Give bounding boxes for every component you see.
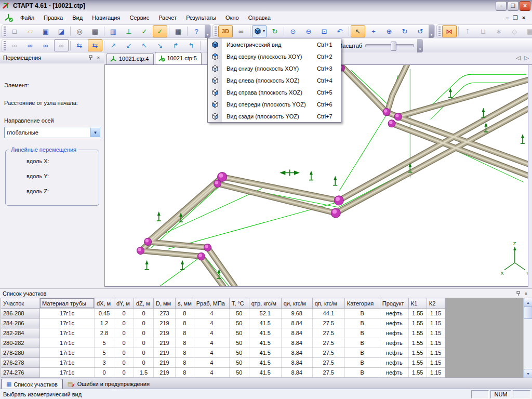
3d-view-button[interactable]: 3D bbox=[218, 25, 233, 37]
table-row[interactable]: 278-28017г1с500219845041.58.8427.5Внефть… bbox=[1, 348, 445, 358]
stretch-sw-button[interactable]: ↙ bbox=[122, 39, 136, 51]
stretch-ne-button[interactable]: ↗ bbox=[106, 39, 121, 51]
column-header-dZ, м[interactable]: dZ, м bbox=[134, 298, 154, 309]
chevron-down-icon[interactable]: ▼ bbox=[90, 128, 100, 137]
axes-direction-combobox[interactable]: глобальные ▼ bbox=[4, 127, 100, 138]
table-scrollbar[interactable]: ▲ ▼ bbox=[523, 298, 532, 378]
window-columns-button[interactable]: ▥ bbox=[106, 25, 121, 37]
column-header-Материал трубы[interactable]: Материал трубы bbox=[40, 298, 95, 309]
save-file-button[interactable]: ▣ bbox=[38, 25, 53, 37]
zoom-previous-button[interactable]: ↶ bbox=[332, 25, 347, 37]
column-header-Категория[interactable]: Категория bbox=[344, 298, 380, 309]
tab-scroll-right-icon[interactable]: ▷ bbox=[525, 55, 529, 61]
find-binoculars-button[interactable]: ∞ bbox=[234, 25, 248, 37]
view-menu-item-4[interactable]: Вид слева (плоскость XOZ)Ctrl+4 bbox=[208, 74, 341, 86]
glasses-view-button[interactable]: ∞ bbox=[23, 39, 37, 51]
rotate-view-button[interactable]: ↻ bbox=[397, 25, 412, 37]
close-panel-icon[interactable]: × bbox=[522, 290, 530, 297]
supports-display-button[interactable]: ⋈ bbox=[442, 25, 457, 37]
view-menu-item-2[interactable]: Вид сверху (плоскость XOY)Ctrl+2 bbox=[208, 50, 341, 62]
calculator-button[interactable]: ▦ bbox=[171, 25, 185, 37]
pipe-move-2-button[interactable]: ⇆ bbox=[88, 39, 102, 51]
scroll-down-icon[interactable]: ▼ bbox=[524, 369, 532, 378]
new-file-button[interactable]: □ bbox=[7, 25, 22, 37]
scale-slider[interactable] bbox=[365, 44, 414, 47]
document-tab-1[interactable]: 10021.ctp:4 bbox=[107, 53, 154, 64]
scroll-up-icon[interactable]: ▲ bbox=[524, 298, 532, 307]
doc-check-button[interactable]: ✓ bbox=[137, 25, 152, 37]
menu-item-Правка[interactable]: Правка bbox=[39, 13, 68, 22]
column-header-dY, м[interactable]: dY, м bbox=[114, 298, 134, 309]
menu-item-Результаты[interactable]: Результаты bbox=[181, 13, 221, 22]
load-weight-button[interactable]: ⊔ bbox=[476, 25, 490, 37]
toolbar-grip-icon[interactable] bbox=[438, 26, 441, 36]
menu-item-Окно[interactable]: Окно bbox=[221, 13, 244, 22]
table-row[interactable]: 284-28617г1с1.200219845041.58.8427.5Внеф… bbox=[1, 318, 445, 328]
column-header-qтр, кгс/м[interactable]: qтр, кгс/м bbox=[249, 298, 281, 309]
view-menu-item-7[interactable]: Вид сзади (плоскость YOZ)Ctrl+7 bbox=[208, 110, 341, 122]
column-header-Продукт[interactable]: Продукт bbox=[380, 298, 408, 309]
column-header-К1[interactable]: К1 bbox=[408, 298, 427, 309]
pipe-move-button[interactable]: ⇆ bbox=[72, 39, 87, 51]
toolbar-grip-icon[interactable] bbox=[4, 41, 6, 50]
print-button[interactable]: ▤ bbox=[88, 25, 102, 37]
menu-item-Вид[interactable]: Вид bbox=[68, 13, 87, 22]
chevron-down-icon[interactable]: ▾ bbox=[263, 29, 265, 33]
mdi-minimize-icon[interactable]: – bbox=[503, 15, 511, 21]
mdi-close-icon[interactable]: × bbox=[520, 15, 528, 21]
table-row[interactable]: 274-27617г1с001.5219845041.58.8427.5Внеф… bbox=[1, 368, 445, 378]
close-panel-icon[interactable]: × bbox=[95, 54, 102, 61]
help-pointer-button[interactable]: ? bbox=[189, 25, 204, 37]
rotate-axis-ccw-button[interactable]: ↰ bbox=[184, 39, 198, 51]
restore-button[interactable]: ❐ bbox=[508, 1, 518, 11]
view-cube-button[interactable]: ▾ bbox=[252, 25, 267, 37]
model-axes-button[interactable]: ⊥ bbox=[122, 25, 136, 37]
load-flask-button[interactable]: ◇ bbox=[507, 25, 522, 37]
document-tab-2[interactable]: 10021.ctp:5 bbox=[155, 52, 202, 64]
column-header-Pраб, МПа[interactable]: Pраб, МПа bbox=[194, 298, 229, 309]
select-cursor-button[interactable]: ↖ bbox=[351, 25, 365, 37]
mdi-restore-icon[interactable]: ❐ bbox=[511, 15, 520, 21]
shrink-nw-button[interactable]: ↖ bbox=[137, 39, 152, 51]
column-header-T, °C[interactable]: T, °C bbox=[229, 298, 249, 309]
column-header-dX, м[interactable]: dX, м bbox=[95, 298, 114, 309]
pin-icon[interactable] bbox=[87, 54, 95, 61]
menu-item-Справка[interactable]: Справка bbox=[244, 13, 275, 22]
toolbar-overflow-icon[interactable]: ▾ bbox=[417, 39, 423, 52]
zoom-window-button[interactable]: ⊡ bbox=[317, 25, 331, 37]
view-menu-item-5[interactable]: Вид справа (плоскость XOZ)Ctrl+5 bbox=[208, 86, 341, 98]
column-header-qп, кгс/м[interactable]: qп, кгс/м bbox=[312, 298, 344, 309]
orbit-view-button[interactable]: ↺ bbox=[413, 25, 428, 37]
menu-item-Расчет[interactable]: Расчет bbox=[154, 13, 181, 22]
view-menu-item-1[interactable]: Изометрический видCtrl+1 bbox=[208, 38, 341, 50]
column-header-К2[interactable]: К2 bbox=[427, 298, 445, 309]
zoom-in-button[interactable]: ⊕ bbox=[382, 25, 396, 37]
table-row[interactable]: 276-27817г1с300219845041.58.8427.5Внефть… bbox=[1, 358, 445, 368]
scale-slider-thumb[interactable] bbox=[391, 42, 396, 51]
doc-check-run-button[interactable]: ✓ bbox=[153, 25, 167, 37]
pin-icon[interactable] bbox=[514, 290, 522, 297]
glasses-query-button[interactable]: ∞ bbox=[38, 39, 53, 51]
shrink-se-button[interactable]: ↘ bbox=[153, 39, 167, 51]
view-menu-item-6[interactable]: Вид спереди (плоскость YOZ)Ctrl+6 bbox=[208, 98, 341, 110]
column-header-s, мм[interactable]: s, мм bbox=[176, 298, 194, 309]
bottom-tab-2[interactable]: ▤✗Ошибки и предупреждения bbox=[63, 378, 154, 389]
menu-item-Файл[interactable]: Файл bbox=[16, 13, 39, 22]
load-snowflake-button[interactable]: ∗ bbox=[491, 25, 506, 37]
zoom-dynamic-button[interactable]: ⊙ bbox=[286, 25, 300, 37]
refresh-button[interactable]: ↻ bbox=[268, 25, 282, 37]
toolbar-grip-icon[interactable] bbox=[4, 26, 6, 36]
column-header-Участок[interactable]: Участок bbox=[1, 298, 40, 309]
menu-item-Навигация[interactable]: Навигация bbox=[87, 13, 125, 22]
load-picture-button[interactable]: ▦ bbox=[523, 25, 532, 37]
open-file-button[interactable]: ▱ bbox=[23, 25, 37, 37]
print-preview-button[interactable]: ◎ bbox=[72, 25, 87, 37]
column-header-qи, кгс/м[interactable]: qи, кгс/м bbox=[281, 298, 312, 309]
tab-scroll-left-icon[interactable]: ◁ bbox=[516, 55, 520, 61]
menu-item-Сервис[interactable]: Сервис bbox=[125, 13, 154, 22]
zoom-out-button[interactable]: ⊖ bbox=[301, 25, 316, 37]
close-button[interactable]: × bbox=[520, 1, 530, 11]
toolbar-grip-icon[interactable] bbox=[215, 26, 217, 36]
save-edit-button[interactable]: ◪ bbox=[54, 25, 69, 37]
toolbar-overflow-icon[interactable]: ▾ bbox=[429, 24, 434, 38]
